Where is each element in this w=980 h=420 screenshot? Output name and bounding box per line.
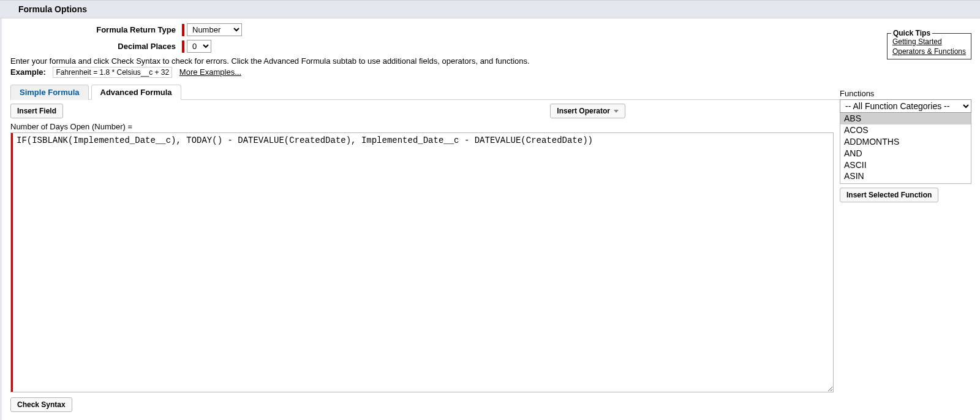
return-type-label: Formula Return Type [10, 25, 182, 34]
instruction-text: Enter your formula and click Check Synta… [10, 56, 971, 66]
function-item[interactable]: ACOS [840, 124, 971, 136]
quick-tip-link-getting-started[interactable]: Getting Started [892, 37, 966, 47]
return-type-select[interactable]: Number [187, 23, 242, 36]
example-label: Example: [10, 67, 46, 77]
section-title: Formula Options [18, 4, 87, 14]
decimal-places-label: Decimal Places [10, 42, 182, 51]
formula-wrap [10, 132, 834, 392]
function-item[interactable]: ASIN [840, 170, 971, 182]
example-formula: Fahrenheit = 1.8 * Celsius__c + 32 [53, 67, 172, 78]
section-header: Formula Options [0, 0, 980, 18]
function-item[interactable]: ABS [840, 113, 971, 124]
check-syntax-button[interactable]: Check Syntax [10, 397, 72, 412]
formula-tabs: Simple Formula Advanced Formula [10, 84, 971, 100]
tab-simple-formula[interactable]: Simple Formula [10, 85, 89, 100]
required-indicator-icon [182, 40, 184, 53]
more-examples-link[interactable]: More Examples... [179, 67, 241, 77]
function-item[interactable]: ADDMONTHS [840, 136, 971, 148]
quick-tip-link-operators-functions[interactable]: Operators & Functions [892, 47, 966, 57]
insert-field-button[interactable]: Insert Field [10, 104, 63, 118]
function-list[interactable]: ABS ACOS ADDMONTHS AND ASCII ASIN [840, 113, 971, 184]
function-category-select[interactable]: -- All Function Categories -- [840, 99, 971, 113]
body-area: Quick Tips Getting Started Operators & F… [0, 18, 980, 420]
example-line: Example: Fahrenheit = 1.8 * Celsius__c +… [10, 67, 971, 78]
functions-label: Functions [840, 89, 971, 98]
decimal-places-select[interactable]: 0 [187, 40, 211, 53]
insert-operator-button[interactable]: Insert Operator [550, 104, 625, 118]
formula-field-label: Number of Days Open (Number) = [10, 122, 834, 131]
formula-textarea[interactable] [13, 133, 833, 392]
insert-selected-function-button[interactable]: Insert Selected Function [840, 188, 938, 202]
quick-tips-legend: Quick Tips [891, 29, 932, 37]
function-item[interactable]: ASCII [840, 159, 971, 171]
tab-advanced-formula[interactable]: Advanced Formula [91, 85, 181, 100]
quick-tips-box: Quick Tips Getting Started Operators & F… [887, 33, 971, 59]
caret-down-icon [614, 110, 619, 113]
function-item[interactable]: AND [840, 148, 971, 159]
required-indicator-icon [182, 24, 184, 36]
